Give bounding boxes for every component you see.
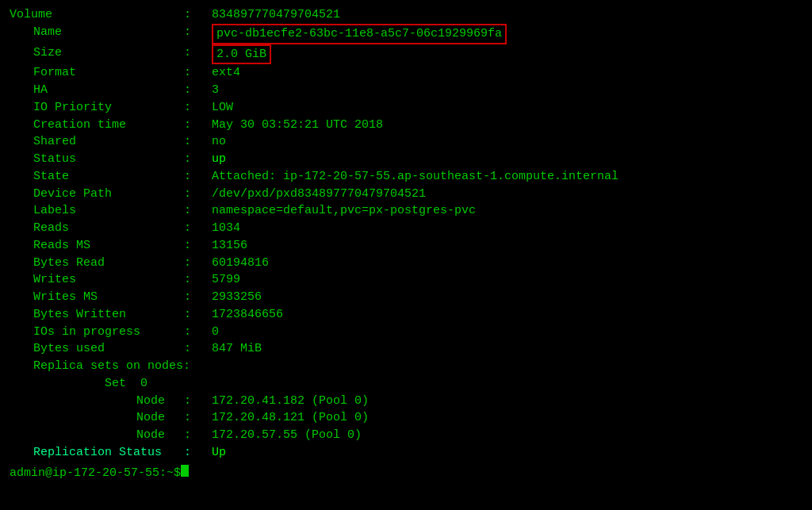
status-value: up [212, 151, 226, 168]
reads-value: 1034 [212, 220, 240, 237]
status-label: Status [10, 151, 184, 168]
io-priority-label: IO Priority [10, 99, 184, 117]
volume-label: Volume [10, 6, 184, 24]
device-path-value: /dev/pxd/pxd834897770479704521 [212, 186, 426, 203]
name-line: Name : pvc-db1ecfe2-63bc-11e8-a5c7-06c19… [10, 24, 802, 44]
replication-status-line: Replication Status : Up [10, 444, 802, 462]
bytes-written-line: Bytes Written : 1723846656 [10, 306, 802, 324]
format-line: Format : ext4 [10, 64, 802, 82]
bytes-used-line: Bytes used : 847 MiB [10, 340, 802, 358]
creation-time-label: Creation time [10, 117, 184, 134]
shared-value: no [212, 133, 226, 151]
node1-line: Node : 172.20.41.182 (Pool 0) [10, 393, 802, 410]
shared-label: Shared [10, 133, 184, 151]
prompt-text: admin@ip-172-20-57-55:~$ [10, 465, 181, 482]
ha-line: HA : 3 [10, 82, 802, 99]
node1-value: 172.20.41.182 (Pool 0) [212, 393, 369, 410]
state-label: State [10, 168, 184, 186]
writes-ms-line: Writes MS : 2933256 [10, 289, 802, 306]
volume-value: 834897770479704521 [212, 6, 340, 24]
set0-line: Set 0 [10, 375, 802, 393]
node2-label: Node [10, 409, 184, 427]
replica-sets-line: Replica sets on nodes: [10, 358, 802, 375]
status-line: Status : up [10, 151, 802, 168]
writes-label: Writes [10, 271, 184, 289]
creation-time-line: Creation time : May 30 03:52:21 UTC 2018 [10, 117, 802, 134]
replication-status-label: Replication Status [10, 444, 184, 462]
ios-in-progress-label: IOs in progress [10, 324, 184, 341]
device-path-line: Device Path : /dev/pxd/pxd83489777047970… [10, 186, 802, 203]
io-priority-value: LOW [212, 99, 233, 117]
reads-ms-line: Reads MS : 13156 [10, 237, 802, 255]
device-path-label: Device Path [10, 186, 184, 203]
labels-line: Labels : namespace=default,pvc=px-postgr… [10, 202, 802, 220]
ha-label: HA [10, 82, 184, 99]
reads-ms-label: Reads MS [10, 237, 184, 255]
node3-value: 172.20.57.55 (Pool 0) [212, 427, 362, 444]
writes-ms-value: 2933256 [212, 289, 262, 306]
node1-label: Node [10, 393, 184, 410]
format-value: ext4 [212, 64, 240, 82]
labels-value: namespace=default,pvc=px-postgres-pvc [212, 202, 476, 220]
bytes-written-value: 1723846656 [212, 306, 283, 324]
shared-line: Shared : no [10, 133, 802, 151]
writes-ms-label: Writes MS [10, 289, 184, 306]
reads-label: Reads [10, 220, 184, 237]
bytes-written-label: Bytes Written [10, 306, 184, 324]
writes-line: Writes : 5799 [10, 271, 802, 289]
bytes-read-line: Bytes Read : 60194816 [10, 255, 802, 272]
state-value: Attached: ip-172-20-57-55.ap-southeast-1… [212, 168, 619, 186]
set0-label: Set 0 [10, 375, 147, 393]
bytes-used-label: Bytes used [10, 340, 184, 358]
labels-label: Labels [10, 202, 184, 220]
node3-line: Node : 172.20.57.55 (Pool 0) [10, 427, 802, 444]
ha-value: 3 [212, 82, 219, 99]
state-line: State : Attached: ip-172-20-57-55.ap-sou… [10, 168, 802, 186]
terminal: Volume : 834897770479704521 Name : pvc-d… [0, 0, 812, 510]
reads-ms-value: 13156 [212, 237, 247, 255]
name-label: Name [10, 24, 184, 41]
bytes-read-value: 60194816 [212, 255, 269, 272]
cursor-icon [181, 465, 189, 477]
volume-line: Volume : 834897770479704521 [10, 6, 802, 24]
reads-line: Reads : 1034 [10, 220, 802, 237]
bytes-read-label: Bytes Read [10, 255, 184, 272]
format-label: Format [10, 64, 184, 82]
bytes-used-value: 847 MiB [212, 340, 262, 358]
ios-in-progress-line: IOs in progress : 0 [10, 324, 802, 341]
creation-time-value: May 30 03:52:21 UTC 2018 [212, 117, 383, 134]
io-priority-line: IO Priority : LOW [10, 99, 802, 117]
ios-in-progress-value: 0 [212, 324, 219, 341]
replication-status-value: Up [212, 444, 226, 462]
size-value: 2.0 GiB [212, 44, 271, 65]
node2-line: Node : 172.20.48.121 (Pool 0) [10, 409, 802, 427]
writes-value: 5799 [212, 271, 240, 289]
size-label: Size [10, 44, 184, 62]
prompt-line: admin@ip-172-20-57-55:~$ [10, 465, 802, 482]
name-value: pvc-db1ecfe2-63bc-11e8-a5c7-06c1929969fa [212, 24, 507, 44]
size-line: Size : 2.0 GiB [10, 44, 802, 65]
replica-sets-label: Replica sets on nodes: [10, 358, 190, 375]
node3-label: Node [10, 427, 184, 444]
node2-value: 172.20.48.121 (Pool 0) [212, 409, 369, 427]
